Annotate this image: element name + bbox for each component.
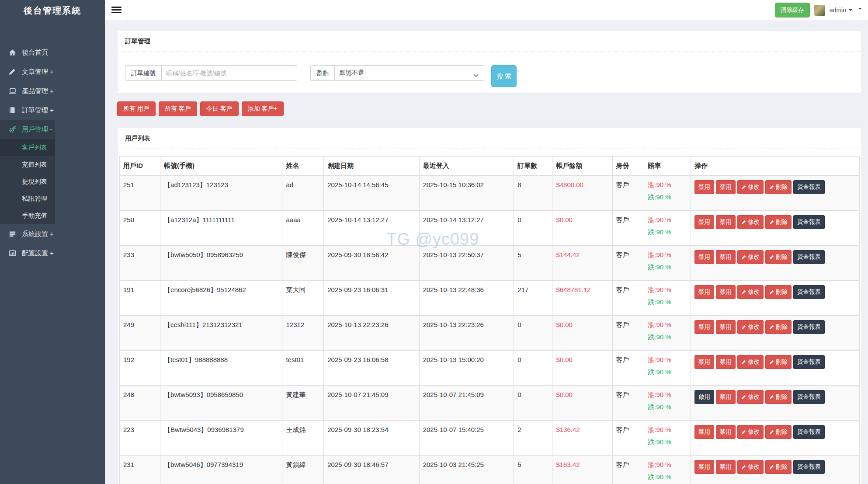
row-action-button[interactable]: 修改 xyxy=(737,425,764,439)
row-action-button[interactable]: 禁用 xyxy=(694,180,714,194)
sidebar-item-system-settings[interactable]: 系統設置 + xyxy=(0,224,105,244)
sidebar-item-home[interactable]: 後台首頁 xyxy=(0,43,105,62)
sidebar-subitem-message-mgmt[interactable]: 私訊管理 xyxy=(0,190,105,207)
row-action-button[interactable]: 資金報表 xyxy=(793,215,825,229)
name-cell: 陳俊傑 xyxy=(282,246,324,281)
row-action-button[interactable]: 刪除 xyxy=(765,320,792,334)
row-action-label: 禁用 xyxy=(698,253,710,261)
balance-cell: $4800.00 xyxy=(552,176,612,211)
order-count-cell: 5 xyxy=(514,456,552,484)
created-date-cell: 2025-09-30 18:46:57 xyxy=(324,456,419,484)
sidebar-item-config-settings[interactable]: 配置設置 + xyxy=(0,244,105,263)
role-cell: 客戶 xyxy=(612,386,644,421)
sidebar-subitem-manual-recharge[interactable]: 手動充值 xyxy=(0,207,105,224)
row-action-button[interactable]: 禁用 xyxy=(716,320,736,334)
search-button[interactable]: 搜 索 xyxy=(491,65,517,87)
row-action-button[interactable]: 禁用 xyxy=(716,215,736,229)
table-row: 231 【bwtw5046】0977394319 黃鎮緯 2025-09-30 … xyxy=(120,456,860,484)
row-action-button[interactable]: 修改 xyxy=(737,215,764,229)
row-action-button[interactable]: 修改 xyxy=(737,320,764,334)
row-action-label: 刪除 xyxy=(776,253,788,261)
row-action-button[interactable]: 刪除 xyxy=(765,460,792,474)
row-action-button[interactable]: 修改 xyxy=(737,180,764,194)
all-users-button[interactable]: 所有 用戶 xyxy=(117,101,156,116)
row-action-button[interactable]: 刪除 xyxy=(765,250,792,264)
sidebar-submenu-users: 客戶列表 充值列表 提現列表 私訊管理 手動充值 xyxy=(0,139,105,224)
row-action-button[interactable]: 禁用 xyxy=(694,215,714,229)
row-action-label: 刪除 xyxy=(776,358,788,366)
row-action-label: 禁用 xyxy=(698,358,710,366)
actions-cell: 禁用禁用修改刪除資金報表 xyxy=(691,316,859,351)
account-cell: 【a12312a】1111111111 xyxy=(160,211,282,246)
all-customers-button[interactable]: 所有 客戶 xyxy=(159,101,197,116)
row-action-button[interactable]: 刪除 xyxy=(765,425,792,439)
row-action-button[interactable]: 禁用 xyxy=(716,180,736,194)
row-action-button[interactable]: 資金報表 xyxy=(793,460,825,474)
row-action-button[interactable]: 資金報表 xyxy=(793,285,825,299)
row-action-button[interactable]: 刪除 xyxy=(765,215,792,229)
row-action-button[interactable]: 資金報表 xyxy=(793,425,825,439)
last-login-cell: 2025-10-03 21:45:25 xyxy=(419,456,514,484)
row-action-button[interactable]: 禁用 xyxy=(716,355,736,369)
sidebar-subitem-customer-list[interactable]: 客戶列表 xyxy=(0,139,105,156)
add-customer-button[interactable]: 添加 客戶+ xyxy=(242,101,284,116)
avatar[interactable] xyxy=(814,5,825,16)
user-menu[interactable]: admin xyxy=(830,7,852,14)
row-action-label: 禁用 xyxy=(720,253,732,261)
sidebar-item-users[interactable]: 用戶管理 - xyxy=(0,120,105,139)
column-header: 身份 xyxy=(612,157,644,176)
row-action-button[interactable]: 禁用 xyxy=(694,320,714,334)
hamburger-menu-icon[interactable] xyxy=(111,7,122,14)
app-title: 後台管理系統 xyxy=(0,0,105,20)
row-action-button[interactable]: 修改 xyxy=(737,460,764,474)
row-action-button[interactable]: 禁用 xyxy=(716,285,736,299)
row-action-button[interactable]: 刪除 xyxy=(765,285,792,299)
row-action-label: 資金報表 xyxy=(797,358,821,366)
quick-buttons-row: 所有 用戶 所有 客戶 今日 客戶 添加 客戶+ xyxy=(117,101,862,116)
row-action-button[interactable]: 禁用 xyxy=(694,355,714,369)
actions-cell: 禁用禁用修改刪除資金報表 xyxy=(691,211,859,246)
row-action-button[interactable]: 刪除 xyxy=(765,180,792,194)
row-action-button[interactable]: 刪除 xyxy=(765,355,792,369)
sidebar-subitem-withdraw-list[interactable]: 提現列表 xyxy=(0,173,105,190)
row-action-button[interactable]: 修改 xyxy=(737,250,764,264)
user-id-cell: 223 xyxy=(120,421,160,456)
sidebar-item-articles[interactable]: 文章管理 + xyxy=(0,62,105,81)
sidebar-item-products[interactable]: 產品管理 + xyxy=(0,81,105,101)
clear-cache-button[interactable]: 清除緩存 xyxy=(775,3,810,17)
pencil-icon xyxy=(741,360,746,365)
row-action-button[interactable]: 刪除 xyxy=(765,390,792,404)
rise-odds: 漲:90 % xyxy=(648,286,687,294)
row-action-button[interactable]: 修改 xyxy=(737,285,764,299)
row-action-button[interactable]: 資金報表 xyxy=(793,180,825,194)
order-number-input[interactable] xyxy=(161,65,297,81)
row-action-button[interactable]: 禁用 xyxy=(716,425,736,439)
row-action-button[interactable]: 修改 xyxy=(737,390,764,404)
row-action-button[interactable]: 禁用 xyxy=(716,250,736,264)
row-action-button[interactable]: 禁用 xyxy=(716,460,736,474)
sidebar-subitem-recharge-list[interactable]: 充值列表 xyxy=(0,156,105,173)
created-date-cell: 2025-10-13 22:23:26 xyxy=(324,316,419,351)
panel-title: 用戶列表 xyxy=(118,128,861,149)
created-date-cell: 2025-09-23 16:06:58 xyxy=(324,351,419,386)
row-action-label: 禁用 xyxy=(720,288,732,296)
today-customers-button[interactable]: 今日 客戶 xyxy=(200,101,239,116)
profit-select[interactable]: 默認不選 xyxy=(334,65,484,81)
row-action-button[interactable]: 禁用 xyxy=(694,460,714,474)
row-action-button[interactable]: 資金報表 xyxy=(793,250,825,264)
balance-cell: $0.00 xyxy=(552,211,612,246)
row-action-button[interactable]: 禁用 xyxy=(716,390,736,404)
row-action-button[interactable]: 禁用 xyxy=(694,250,714,264)
sidebar-item-orders[interactable]: 訂單管理 + xyxy=(0,101,105,120)
row-action-label: 修改 xyxy=(748,183,760,191)
row-action-button[interactable]: 資金報表 xyxy=(793,355,825,369)
row-action-label: 刪除 xyxy=(776,288,788,296)
row-action-button[interactable]: 修改 xyxy=(737,355,764,369)
name-cell: 黃鎮緯 xyxy=(282,456,324,484)
row-action-button[interactable]: 資金報表 xyxy=(793,320,825,334)
row-action-button[interactable]: 資金報表 xyxy=(793,390,825,404)
chevron-down-icon[interactable] xyxy=(858,8,862,10)
row-action-button[interactable]: 禁用 xyxy=(694,425,714,439)
row-action-button[interactable]: 啟用 xyxy=(694,390,714,404)
row-action-button[interactable]: 禁用 xyxy=(694,285,714,299)
